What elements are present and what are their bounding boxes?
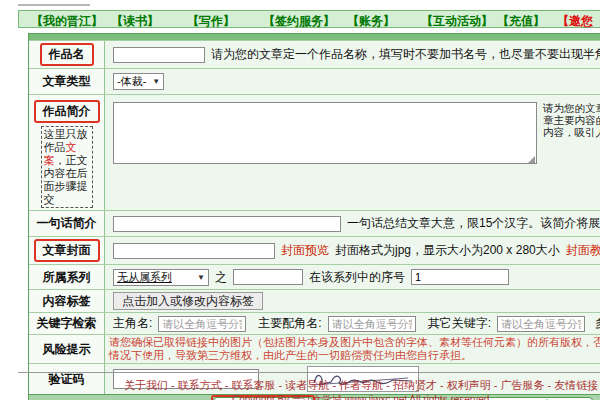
cover-cell: 封面预览 封面格式为jpg，显示大小为200 x 280大小 封面教程 【封面 — [105, 237, 600, 264]
nav-my-jinjiang[interactable]: 【我的晋江】 — [31, 13, 103, 30]
annotation-box-work-name: 作品名 — [40, 43, 94, 66]
captcha-label: 验证码 — [49, 371, 85, 388]
keywords-cell: 主角名: 主要配角名: 其它关键字: 多个角色名 — [105, 313, 600, 334]
submission-form: 作品名 请为您的文章定一个作品名称，填写时不要加书名号，也尽量不要出现半角符号，… — [28, 33, 600, 400]
work-intro-hint-line: 请为您的文章 — [543, 102, 600, 114]
footer-divider — [18, 372, 600, 373]
series-name-input[interactable] — [233, 269, 303, 285]
tags-cell: 点击加入或修改内容标签 — [105, 290, 600, 312]
keyword-other-label: 其它关键字: — [428, 315, 491, 332]
chevron-down-icon: ▼ — [152, 77, 160, 86]
keyword-supporting-input[interactable] — [328, 316, 416, 332]
risk-label-cell: 风险提示 — [29, 335, 105, 363]
keywords-label: 关键字检索 — [37, 315, 97, 332]
top-divider — [18, 4, 90, 6]
series-label: 所属系列 — [43, 269, 91, 286]
row-work-intro: 作品简介 这里只放作品文案，正文内容在后面步骤提交 请为您的文章 章主要内容的 … — [29, 94, 600, 210]
work-intro-label-cell: 作品简介 这里只放作品文案，正文内容在后面步骤提交 — [29, 95, 105, 210]
work-name-label: 作品名 — [49, 47, 85, 61]
row-series: 所属系列 无从属系列 ▼ 之 在该系列中的序号 — [29, 264, 600, 289]
series-select[interactable]: 无从属系列 ▼ — [113, 269, 209, 286]
row-cover: 文章封面 封面预览 封面格式为jpg，显示大小为200 x 280大小 封面教程… — [29, 236, 600, 264]
row-risk-warning: 风险提示 请您确保已取得链接中的图片（包括图片本身及图片中包含的字体、素材等任何… — [29, 334, 600, 363]
work-name-input[interactable] — [113, 47, 205, 63]
row-article-type: 文章类型 -体裁- ▼ — [29, 68, 600, 94]
keyword-other-input[interactable] — [497, 316, 585, 332]
work-name-label-cell: 作品名 — [29, 41, 105, 68]
one-line-cell: 一句话总结文章大意，限15个汉字。该简介将展示在文 — [105, 211, 600, 236]
nav-writing[interactable]: 【写作】 — [187, 13, 235, 30]
annotation-box-cover: 文章封面 — [34, 239, 100, 262]
one-line-label-cell: 一句话简介 — [29, 211, 105, 236]
one-line-input[interactable] — [113, 216, 341, 232]
annotation-box-work-intro: 作品简介 — [34, 100, 100, 123]
nav-invite[interactable]: 【邀您 — [557, 13, 593, 30]
series-cell: 无从属系列 ▼ 之 在该系列中的序号 — [105, 265, 600, 289]
page: 【我的晋江】 【读书】 【写作】 【签约服务】 【账务】 【互动活动】 【充值】… — [0, 0, 600, 400]
cover-tutorial-link[interactable]: 封面教程 — [566, 242, 600, 259]
keyword-protagonist-input[interactable] — [158, 316, 246, 332]
resize-grip-icon[interactable] — [528, 156, 535, 163]
footer-links[interactable]: 关于我们 - 联系方式 - 联系客服 - 读者导航 - 作者导航 - 招纳贤才 … — [124, 378, 600, 393]
article-type-label: 文章类型 — [43, 73, 91, 90]
one-line-hint: 一句话总结文章大意，限15个汉字。该简介将展示在文 — [347, 215, 600, 232]
cover-label-cell: 文章封面 — [29, 237, 105, 264]
keywords-label-cell: 关键字检索 — [29, 313, 105, 334]
keyword-supporting-label: 主要配角名: — [258, 315, 321, 332]
risk-label: 风险提示 — [43, 341, 91, 358]
top-navbar: 【我的晋江】 【读书】 【写作】 【签约服务】 【账务】 【互动活动】 【充值】… — [18, 10, 600, 28]
cover-format-hint: 封面格式为jpg，显示大小为200 x 280大小 — [335, 242, 560, 259]
footer-copyright: Copyright By 晋江文学城 www.jjwxc.net All rig… — [232, 393, 489, 400]
row-content-tags: 内容标签 点击加入或修改内容标签 — [29, 289, 600, 312]
chevron-down-icon: ▼ — [197, 273, 205, 282]
keywords-tail-hint: 多个角色名 — [595, 315, 600, 332]
work-intro-label: 作品简介 — [43, 104, 91, 118]
one-line-label: 一句话简介 — [37, 215, 97, 232]
captcha-label-cell: 验证码 — [29, 364, 105, 394]
risk-cell: 请您确保已取得链接中的图片（包括图片本身及图片中包含的字体、素材等任何元素）的所… — [105, 335, 600, 363]
cover-preview-link[interactable]: 封面预览 — [281, 242, 329, 259]
work-intro-textarea-wrap — [113, 102, 537, 167]
row-one-line-intro: 一句话简介 一句话总结文章大意，限15个汉字。该简介将展示在文 — [29, 210, 600, 236]
work-intro-note: 这里只放作品文案，正文内容在后面步骤提交 — [41, 126, 93, 208]
edit-tags-button[interactable]: 点击加入或修改内容标签 — [113, 292, 263, 310]
nav-contract[interactable]: 【签约服务】 — [263, 13, 335, 30]
work-intro-textarea[interactable] — [113, 102, 537, 164]
work-intro-cell: 请为您的文章 章主要内容的 内容，吸引人 — [105, 95, 600, 210]
series-connector: 之 — [215, 269, 227, 286]
article-type-label-cell: 文章类型 — [29, 69, 105, 94]
article-type-selected: -体裁- — [117, 74, 146, 89]
series-order-label: 在该系列中的序号 — [309, 269, 405, 286]
nav-recharge[interactable]: 【充值】 — [497, 13, 545, 30]
nav-reading[interactable]: 【读书】 — [111, 13, 159, 30]
row-work-name: 作品名 请为您的文章定一个作品名称，填写时不要加书名号，也尽量不要出现半角符号，… — [29, 40, 600, 68]
cover-label: 文章封面 — [43, 243, 91, 257]
series-selected: 无从属系列 — [117, 270, 172, 285]
nav-activities[interactable]: 【互动活动】 — [421, 13, 493, 30]
work-intro-hint-line: 内容，吸引人 — [543, 126, 600, 138]
nav-accounts[interactable]: 【账务】 — [347, 13, 395, 30]
work-intro-hint-line: 章主要内容的 — [543, 114, 600, 126]
tags-label-cell: 内容标签 — [29, 290, 105, 312]
work-name-cell: 请为您的文章定一个作品名称，填写时不要加书名号，也尽量不要出现半角符号，以免造成… — [105, 41, 600, 68]
tags-label: 内容标签 — [43, 293, 91, 310]
keyword-protagonist-label: 主角名: — [113, 315, 152, 332]
risk-text-line1: 请您确保已取得链接中的图片（包括图片本身及图片中包含的字体、素材等任何元素）的所… — [109, 336, 600, 349]
work-name-hint: 请为您的文章定一个作品名称，填写时不要加书名号，也尽量不要出现半角符号，以免造成… — [211, 46, 600, 63]
series-label-cell: 所属系列 — [29, 265, 105, 289]
work-intro-hint: 请为您的文章 章主要内容的 内容，吸引人 — [543, 102, 600, 138]
series-order-input[interactable] — [411, 269, 509, 285]
cover-input[interactable] — [113, 243, 275, 259]
row-keywords: 关键字检索 主角名: 主要配角名: 其它关键字: 多个角色名 — [29, 312, 600, 334]
article-type-select[interactable]: -体裁- ▼ — [113, 73, 164, 90]
article-type-cell: -体裁- ▼ — [105, 69, 600, 94]
risk-text-line2: 情况下使用，导致第三方维权，由此产生的一切赔偿责任均由您自行承担。 — [109, 349, 600, 362]
